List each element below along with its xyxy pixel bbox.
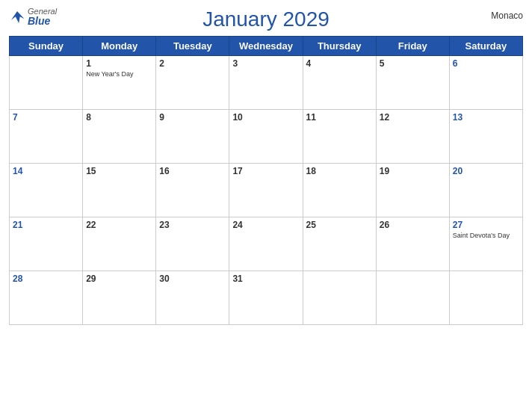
calendar-cell: 5	[376, 56, 449, 110]
calendar-week-row: 78910111213	[10, 110, 523, 164]
calendar-cell: 1New Year's Day	[83, 56, 156, 110]
calendar-cell: 25	[303, 217, 376, 271]
calendar-cell: 11	[303, 110, 376, 164]
day-number: 14	[13, 166, 79, 176]
day-number: 16	[159, 166, 226, 176]
day-number: 26	[380, 220, 446, 230]
calendar-week-row: 28293031	[10, 271, 523, 325]
calendar-cell: 14	[10, 164, 83, 217]
calendar-cell: 4	[303, 56, 376, 110]
day-number: 27	[453, 220, 519, 230]
calendar-cell: 26	[376, 217, 449, 271]
day-number: 1	[86, 58, 152, 69]
calendar-cell	[376, 271, 449, 325]
logo-blue: Blue	[28, 16, 57, 26]
header-friday: Friday	[376, 37, 449, 56]
calendar-cell: 16	[156, 164, 229, 217]
day-number: 3	[232, 58, 299, 69]
calendar-cell: 29	[83, 271, 156, 325]
day-number: 23	[159, 220, 226, 230]
calendar-cell: 17	[229, 164, 303, 217]
calendar-cell: 18	[303, 164, 376, 217]
calendar-cell: 31	[229, 271, 303, 325]
day-number: 12	[380, 112, 446, 123]
day-number: 7	[13, 112, 79, 123]
month-title: January 2029	[202, 7, 330, 31]
day-number: 18	[306, 166, 373, 176]
calendar-cell: 22	[83, 217, 156, 271]
calendar-cell: 19	[376, 164, 449, 217]
calendar-cell: 28	[10, 271, 83, 325]
day-number: 2	[159, 58, 226, 69]
svg-marker-0	[11, 10, 25, 22]
logo-text: General Blue	[28, 7, 57, 26]
calendar-week-row: 21222324252627Saint Devota's Day	[10, 217, 523, 271]
day-number: 20	[453, 166, 519, 176]
day-number: 15	[86, 166, 152, 176]
day-number: 4	[306, 58, 373, 69]
calendar-header: Sunday Monday Tuesday Wednesday Thursday…	[10, 37, 523, 56]
calendar-cell	[303, 271, 376, 325]
calendar-cell: 9	[156, 110, 229, 164]
calendar-table: Sunday Monday Tuesday Wednesday Thursday…	[9, 36, 523, 325]
day-number: 6	[453, 58, 519, 69]
calendar-cell: 23	[156, 217, 229, 271]
day-number: 8	[86, 112, 152, 123]
calendar-cell: 3	[229, 56, 303, 110]
day-number: 17	[232, 166, 299, 176]
day-number: 10	[232, 112, 299, 123]
calendar-wrapper: General Blue January 2029 Monaco Sunday …	[0, 0, 532, 411]
day-number: 21	[13, 220, 79, 230]
calendar-cell: 10	[229, 110, 303, 164]
country-label: Monaco	[491, 10, 523, 21]
header-tuesday: Tuesday	[156, 37, 229, 56]
header-saturday: Saturday	[449, 37, 522, 56]
holiday-label: New Year's Day	[86, 70, 152, 78]
calendar-cell: 21	[10, 217, 83, 271]
header-sunday: Sunday	[10, 37, 83, 56]
calendar-cell	[10, 56, 83, 110]
calendar-cell	[449, 271, 522, 325]
header-monday: Monday	[83, 37, 156, 56]
day-number: 13	[453, 112, 519, 123]
day-number: 9	[159, 112, 226, 123]
calendar-body: 1New Year's Day2345678910111213141516171…	[10, 56, 523, 325]
calendar-cell: 13	[449, 110, 522, 164]
header-wednesday: Wednesday	[229, 37, 303, 56]
calendar-cell: 6	[449, 56, 522, 110]
header-row: General Blue January 2029 Monaco	[9, 7, 523, 31]
calendar-cell: 27Saint Devota's Day	[449, 217, 522, 271]
day-number: 28	[13, 274, 79, 284]
weekday-header-row: Sunday Monday Tuesday Wednesday Thursday…	[10, 37, 523, 56]
day-number: 22	[86, 220, 152, 230]
day-number: 29	[86, 274, 152, 284]
calendar-cell: 20	[449, 164, 522, 217]
header-thursday: Thursday	[303, 37, 376, 56]
logo-bird-icon	[9, 9, 25, 25]
calendar-week-row: 1New Year's Day23456	[10, 56, 523, 110]
calendar-cell: 24	[229, 217, 303, 271]
day-number: 30	[159, 274, 226, 284]
day-number: 5	[380, 58, 446, 69]
calendar-cell: 8	[83, 110, 156, 164]
calendar-cell: 30	[156, 271, 229, 325]
day-number: 25	[306, 220, 373, 230]
calendar-cell: 2	[156, 56, 229, 110]
day-number: 31	[232, 274, 299, 284]
calendar-cell: 12	[376, 110, 449, 164]
holiday-label: Saint Devota's Day	[453, 232, 519, 240]
calendar-cell: 7	[10, 110, 83, 164]
calendar-week-row: 14151617181920	[10, 164, 523, 217]
day-number: 24	[232, 220, 299, 230]
calendar-cell: 15	[83, 164, 156, 217]
day-number: 11	[306, 112, 373, 123]
logo: General Blue	[9, 7, 57, 26]
day-number: 19	[380, 166, 446, 176]
